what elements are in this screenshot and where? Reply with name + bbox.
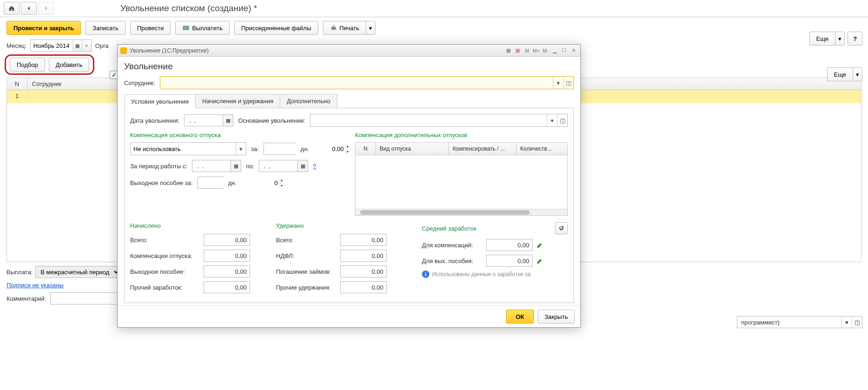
help-button[interactable]: ? bbox=[848, 32, 862, 46]
win-maximize[interactable]: ☐ bbox=[560, 47, 568, 54]
back-button[interactable] bbox=[21, 2, 37, 15]
tab-additional[interactable]: Дополнительно bbox=[280, 94, 337, 108]
other-withheld-value[interactable]: 0,00 bbox=[340, 281, 387, 293]
other-withheld-label: Прочие удержания: bbox=[276, 284, 336, 291]
forcomp-label: Для компенсаций: bbox=[422, 242, 482, 249]
win-calc-mplus[interactable]: M+ bbox=[532, 47, 540, 54]
more-dropdown[interactable]: ▾ bbox=[835, 32, 845, 46]
pick-button[interactable]: Подбор bbox=[10, 58, 45, 72]
extra-vacation-table[interactable]: N Вид отпуска Компенсировать / ... Колич… bbox=[355, 142, 568, 216]
severance-days-unit: дн. bbox=[228, 179, 237, 186]
period-to-input[interactable] bbox=[259, 160, 298, 172]
employee-dropdown[interactable]: ▾ bbox=[553, 77, 563, 89]
sev-spin-down[interactable]: ▼ bbox=[280, 183, 283, 188]
basis-input[interactable] bbox=[310, 114, 547, 126]
accrued-sev-label: Выходное пособие: bbox=[130, 268, 200, 275]
forsev-value[interactable]: 0,00 bbox=[486, 255, 533, 267]
more-dropdown-2[interactable]: ▾ bbox=[853, 67, 862, 81]
accrued-comp-label: Компенсации отпуска: bbox=[130, 252, 200, 259]
modal-heading: Увольнение bbox=[124, 61, 574, 72]
basis-combo[interactable]: ▾ ◫ bbox=[310, 114, 568, 127]
basis-dropdown[interactable]: ▾ bbox=[547, 114, 557, 126]
win-calc-mminus[interactable]: M- bbox=[541, 47, 550, 54]
win-calc-m[interactable]: M bbox=[523, 47, 531, 54]
period-to-label: по: bbox=[246, 163, 254, 170]
refresh-button[interactable] bbox=[555, 222, 568, 234]
accrued-other-value[interactable]: 0,00 bbox=[204, 281, 250, 293]
save-button[interactable]: Записать bbox=[85, 21, 125, 35]
accrued-sev-value[interactable]: 0,00 bbox=[204, 265, 250, 278]
month-spin-btn[interactable]: ÷ bbox=[82, 40, 91, 51]
win-tool-1[interactable]: ▦ bbox=[504, 47, 513, 54]
dismissal-date-picker[interactable]: ▦ bbox=[223, 114, 233, 126]
spin-up[interactable]: ▲ bbox=[346, 143, 349, 149]
avg-header: Средний заработок bbox=[422, 225, 476, 232]
employee-combo[interactable]: ▾ ◫ bbox=[160, 76, 574, 89]
sev-spin-up[interactable]: ▲ bbox=[280, 177, 283, 183]
forsev-label: Для вых. пособия: bbox=[422, 258, 482, 264]
post-button[interactable]: Провести bbox=[130, 21, 171, 35]
forcomp-value[interactable]: 0,00 bbox=[486, 239, 533, 251]
month-calendar-btn[interactable]: ▦ bbox=[72, 40, 82, 51]
comp-option-arrow[interactable]: ▾ bbox=[236, 143, 246, 155]
mt-body[interactable] bbox=[355, 155, 567, 209]
attached-files-button[interactable]: Присоединенные файлы bbox=[234, 21, 318, 35]
severance-input[interactable] bbox=[198, 177, 280, 188]
signatures-link[interactable]: Подписи не указаны bbox=[7, 282, 64, 289]
tab-conditions[interactable]: Условия увольнения bbox=[124, 94, 196, 108]
accrued-header: Начислено bbox=[130, 222, 276, 229]
basis-label: Основание увольнения: bbox=[238, 117, 305, 124]
mt-hscroll[interactable] bbox=[355, 209, 567, 215]
employee-input[interactable] bbox=[160, 77, 553, 89]
win-close[interactable]: ✕ bbox=[569, 47, 578, 54]
payout-label: Выплата: bbox=[7, 269, 33, 276]
employee-open[interactable]: ◫ bbox=[563, 77, 573, 89]
more-button-2[interactable]: Еще bbox=[827, 67, 853, 81]
payout-select[interactable]: В межрасчетный период bbox=[35, 266, 120, 278]
printer-icon bbox=[330, 24, 337, 32]
month-label: Месяц: bbox=[7, 42, 26, 49]
svg-rect-2 bbox=[332, 25, 335, 27]
period-from-input[interactable] bbox=[192, 160, 231, 172]
print-button[interactable]: Печать bbox=[323, 21, 366, 35]
win-minimize[interactable]: ▁ bbox=[551, 47, 559, 54]
period-from-picker[interactable]: ▦ bbox=[231, 160, 241, 172]
month-input[interactable] bbox=[31, 42, 72, 49]
accrued-total-value[interactable]: 0,00 bbox=[204, 234, 250, 246]
pay-icon bbox=[182, 24, 190, 32]
mt-col-type: Вид отпуска bbox=[376, 143, 449, 155]
basis-open[interactable]: ◫ bbox=[557, 114, 567, 126]
refresh-icon bbox=[558, 225, 565, 231]
for-days-spin[interactable]: ▲▼ bbox=[263, 143, 296, 155]
forward-button[interactable] bbox=[38, 2, 54, 15]
tab-accruals[interactable]: Начисления и удержания bbox=[195, 94, 280, 108]
add-button[interactable]: Добавить bbox=[49, 58, 89, 72]
home-button[interactable] bbox=[4, 2, 20, 15]
mt-hscroll-thumb[interactable] bbox=[360, 210, 530, 215]
comp-option-dropdown[interactable]: ▾ bbox=[130, 142, 246, 155]
dismissal-date-input[interactable] bbox=[184, 114, 223, 126]
extra-vacation-comp-title: Компенсация дополнительных отпусков bbox=[355, 132, 568, 139]
pay-button[interactable]: Выплатить bbox=[175, 21, 230, 35]
dismissal-date-label: Дата увольнения: bbox=[130, 117, 179, 124]
spin-down[interactable]: ▼ bbox=[346, 149, 349, 154]
print-dropdown[interactable]: ▾ bbox=[366, 21, 375, 35]
pencil-icon-2[interactable] bbox=[536, 257, 544, 264]
accrued-other-label: Прочий заработок: bbox=[130, 284, 200, 291]
svg-rect-1 bbox=[331, 27, 336, 30]
withheld-total-value[interactable]: 0,00 bbox=[340, 234, 387, 246]
comp-option-input[interactable] bbox=[131, 143, 236, 155]
org-label: Орга bbox=[95, 42, 109, 49]
more-button[interactable]: Еще bbox=[809, 32, 835, 46]
severance-spin[interactable]: ▲▼ bbox=[197, 177, 224, 189]
days-unit: дн. bbox=[301, 145, 309, 152]
loan-value[interactable]: 0,00 bbox=[340, 265, 387, 278]
period-to-picker[interactable]: ▦ bbox=[298, 160, 308, 172]
win-tool-2[interactable]: ▦ bbox=[513, 47, 522, 54]
ndfl-value[interactable]: 0,00 bbox=[340, 250, 387, 262]
loan-label: Погашение займов: bbox=[276, 268, 336, 275]
pencil-icon[interactable] bbox=[536, 241, 544, 249]
post-and-close-button[interactable]: Провести и закрыть bbox=[7, 21, 81, 35]
accrued-comp-value[interactable]: 0,00 bbox=[204, 250, 250, 262]
period-help-link[interactable]: ? bbox=[313, 163, 316, 170]
